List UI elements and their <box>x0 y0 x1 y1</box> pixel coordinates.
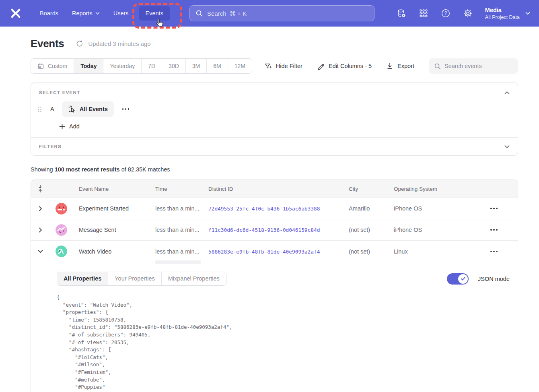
nav-item-boards[interactable]: Boards <box>33 6 65 21</box>
event-row-more-button[interactable] <box>121 106 130 112</box>
export-button[interactable]: Export <box>386 62 414 70</box>
nav-item-reports[interactable]: Reports <box>65 6 107 21</box>
event-name-cell: Watch Video <box>79 248 155 255</box>
page-header: Events Updated 3 minutes ago <box>31 37 518 50</box>
pencil-icon <box>317 62 325 70</box>
edit-columns-label: Edit Columns · 5 <box>329 63 372 69</box>
date-range-today[interactable]: Today <box>74 59 103 73</box>
expand-row-button[interactable] <box>31 206 49 211</box>
json-mode-toggle[interactable] <box>447 273 469 285</box>
table-row-expanded[interactable]: Watch Video less than a min... 5886283e-… <box>31 241 518 262</box>
tab-your-properties[interactable]: Your Properties <box>108 272 161 285</box>
properties-tabs: All Properties Your Properties Mixpanel … <box>57 272 226 286</box>
date-range-label: 3M <box>192 59 200 73</box>
project-scope: All Project Data <box>485 14 520 21</box>
os-cell: iPhone OS <box>394 227 470 233</box>
refresh-icon <box>76 40 83 47</box>
project-name: Media <box>485 6 520 14</box>
nav-item-users[interactable]: Users <box>107 6 136 21</box>
help-icon[interactable]: ? <box>441 8 451 18</box>
expand-chevron-down-icon[interactable] <box>504 145 510 149</box>
settings-gear-icon[interactable] <box>463 8 473 18</box>
chevron-right-icon <box>39 206 42 211</box>
date-range-7d[interactable]: 7D <box>141 59 162 73</box>
event-name-cell: Experiment Started <box>79 205 155 212</box>
collapse-chevron-up-icon[interactable] <box>504 91 510 95</box>
select-event-header: SELECT EVENT <box>31 83 518 95</box>
search-events[interactable] <box>429 58 518 74</box>
expand-row-button[interactable] <box>31 227 49 233</box>
date-range-label: Custom <box>48 59 67 73</box>
row-more-button[interactable] <box>490 205 498 212</box>
nav-item-label: Users <box>113 10 129 17</box>
detail-toolbar: All Properties Your Properties Mixpanel … <box>57 272 510 286</box>
controls-row: Custom Today Yesterday 7D 30D 3M 6M 12M … <box>31 58 518 74</box>
results-count: 100 most recent results <box>55 166 120 173</box>
drag-handle-icon[interactable] <box>37 106 42 113</box>
time-cell: less than a min... <box>155 205 208 212</box>
project-selector[interactable]: Media All Project Data <box>485 6 530 21</box>
event-avatar <box>56 224 67 236</box>
event-name-cell: Message Sent <box>79 227 155 233</box>
apps-grid-icon[interactable] <box>419 8 428 18</box>
refresh-button[interactable] <box>76 40 83 47</box>
results-prefix: Showing <box>31 166 55 173</box>
all-events-chip[interactable]: All Events <box>62 101 114 117</box>
row-more-button[interactable] <box>490 227 498 233</box>
table-row[interactable]: Experiment Started less than a min... 72… <box>31 198 518 219</box>
date-range-3m[interactable]: 3M <box>185 59 206 73</box>
column-header-time[interactable]: Time <box>155 186 208 192</box>
filters-section[interactable]: FILTERS <box>31 137 518 155</box>
event-row-letter: A <box>50 106 54 112</box>
date-range-label: 7D <box>148 59 155 73</box>
date-range-custom[interactable]: Custom <box>31 59 74 73</box>
global-search[interactable] <box>189 5 374 21</box>
distinct-id-link[interactable]: f11c30d6-dc6d-4518-9136-0d046159c84d <box>208 227 320 233</box>
city-cell: (not set) <box>349 248 394 255</box>
global-search-input[interactable] <box>207 10 368 17</box>
tab-all-properties[interactable]: All Properties <box>57 272 108 285</box>
date-range-12m[interactable]: 12M <box>228 59 252 73</box>
collapse-row-button[interactable] <box>31 250 49 253</box>
add-event-button[interactable]: Add <box>59 123 518 130</box>
chevron-down-icon <box>38 250 43 253</box>
mixpanel-logo-icon[interactable] <box>9 6 23 20</box>
date-range-6m[interactable]: 6M <box>206 59 227 73</box>
edit-columns-button[interactable]: Edit Columns · 5 <box>317 62 372 70</box>
event-detail-panel: All Properties Your Properties Mixpanel … <box>31 262 518 392</box>
search-events-input[interactable] <box>444 63 513 69</box>
date-range-yesterday[interactable]: Yesterday <box>103 59 141 73</box>
calendar-icon <box>37 63 44 70</box>
date-range-30d[interactable]: 30D <box>162 59 185 73</box>
events-nav-wrapper: Events <box>139 6 170 21</box>
plus-icon <box>59 124 65 130</box>
table-row[interactable]: Message Sent less than a min... f11c30d6… <box>31 219 518 241</box>
date-range-label: 30D <box>169 59 179 73</box>
table-header-row: Event Name Time Distinct ID City Operati… <box>31 180 518 198</box>
column-header-os[interactable]: Operating System <box>394 186 470 192</box>
sort-header-cell[interactable] <box>31 185 49 193</box>
search-icon <box>195 10 203 17</box>
date-range-label: Yesterday <box>110 59 135 73</box>
tab-mixpanel-properties[interactable]: Mixpanel Properties <box>161 272 226 285</box>
os-cell: iPhone OS <box>394 205 470 212</box>
json-mode-label: JSON mode <box>478 276 510 282</box>
json-mode-control: JSON mode <box>447 273 510 285</box>
os-cell: Linux <box>394 248 470 255</box>
data-management-icon[interactable] <box>397 8 406 18</box>
column-header-distinct-id[interactable]: Distinct ID <box>208 186 349 192</box>
chevron-down-icon <box>95 12 100 15</box>
row-more-button[interactable] <box>490 248 498 255</box>
time-hover-bar <box>155 260 201 264</box>
distinct-id-link[interactable]: 72d49553-25fc-4f0c-b436-1b5ac6ab3388 <box>208 206 320 212</box>
event-json-view: { "event": "Watch Video", "properties": … <box>57 294 510 392</box>
hide-filter-button[interactable]: Hide Filter <box>264 62 302 70</box>
results-suffix: of 82.35K matches <box>120 166 170 173</box>
filter-funnel-icon <box>264 62 272 70</box>
download-icon <box>386 62 393 70</box>
column-header-city[interactable]: City <box>349 186 394 192</box>
column-header-event-name[interactable]: Event Name <box>79 186 155 192</box>
date-range-label: 6M <box>213 59 221 73</box>
export-label: Export <box>397 63 414 69</box>
distinct-id-link[interactable]: 5886283e-e9fb-48fb-81de-40e9093a2af4 <box>208 249 320 255</box>
